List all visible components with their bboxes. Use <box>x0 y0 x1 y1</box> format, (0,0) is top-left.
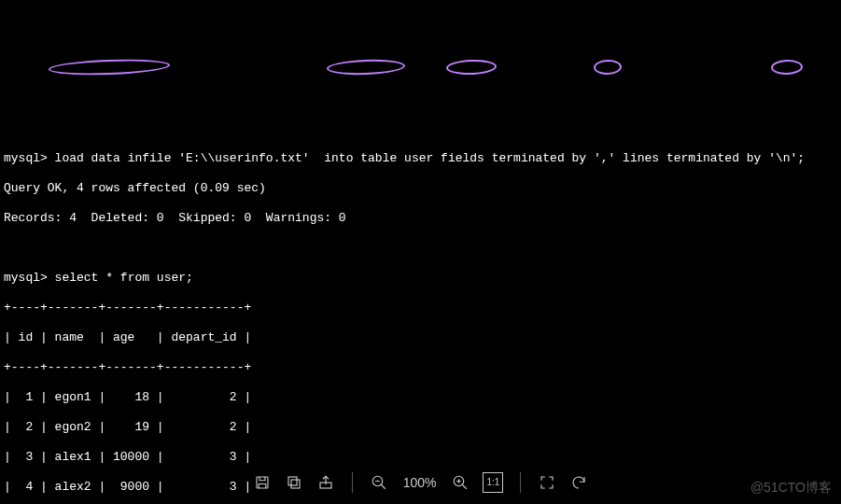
save-icon[interactable] <box>253 473 272 492</box>
zoom-level: 100% <box>403 475 437 490</box>
zoom-out-icon[interactable] <box>370 473 388 492</box>
table1-border-top: +----+-------+-------+-----------+ <box>4 301 837 315</box>
viewer-toolbar: 100% 1:1 <box>0 467 841 498</box>
table-row: | 3 | alex1 | 10000 | 3 | <box>4 450 837 465</box>
copy-icon[interactable] <box>285 473 303 492</box>
table1-border-mid: +----+-------+-------+-----------+ <box>4 360 837 375</box>
line-cmd2: mysql> select * from user; <box>4 271 837 286</box>
fullscreen-icon[interactable] <box>538 473 556 492</box>
table-row: | 1 | egon1 | 18 | 2 | <box>4 390 837 405</box>
table1-header: | id | name | age | depart_id | <box>4 330 837 345</box>
actual-size-button[interactable]: 1:1 <box>483 472 503 493</box>
share-icon[interactable] <box>316 473 335 492</box>
highlight-comma <box>594 59 623 75</box>
svg-rect-1 <box>291 480 300 488</box>
prompt: mysql> <box>4 151 48 165</box>
rotate-icon[interactable] <box>569 473 588 492</box>
highlight-load-data <box>49 58 170 77</box>
watermark-text: @51CTO博客 <box>750 480 832 495</box>
table-row: | 2 | egon2 | 19 | 2 | <box>4 420 837 435</box>
toolbar-separator <box>352 472 353 493</box>
toolbar-separator <box>520 472 521 493</box>
highlight-fields <box>446 59 498 76</box>
highlight-into-table <box>327 59 406 77</box>
cmd2-text: select * from user; <box>48 271 193 285</box>
zoom-in-icon[interactable] <box>451 473 470 492</box>
blank-line <box>4 241 837 256</box>
line-res1b: Records: 4 Deleted: 0 Skipped: 0 Warning… <box>4 211 837 226</box>
terminal-output: mysql> load data infile 'E:\\userinfo.tx… <box>0 60 841 504</box>
line-cmd1: mysql> load data infile 'E:\\userinfo.tx… <box>4 151 837 166</box>
line-res1a: Query OK, 4 rows affected (0.09 sec) <box>4 181 837 196</box>
prompt: mysql> <box>4 271 48 285</box>
cmd1-text: load data infile 'E:\\userinfo.txt' into… <box>48 151 805 165</box>
highlight-newline <box>771 59 804 75</box>
svg-rect-2 <box>288 477 297 485</box>
